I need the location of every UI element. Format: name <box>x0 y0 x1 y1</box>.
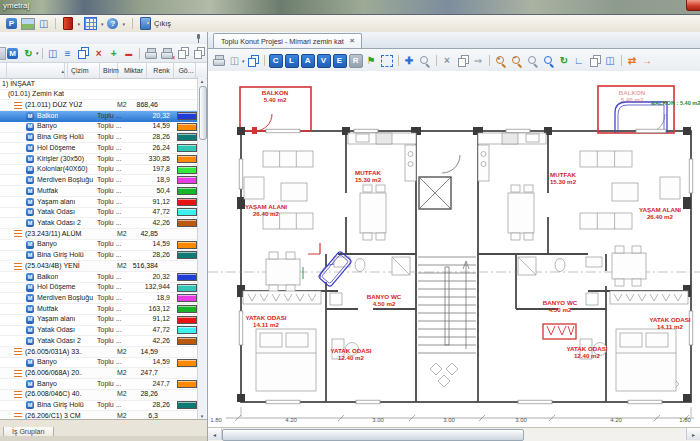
tab-close-icon[interactable]: × <box>350 37 355 45</box>
header-label-column[interactable]: ▴ <box>0 63 68 78</box>
mode-e-button[interactable]: E <box>333 54 347 68</box>
delete-row-icon[interactable]: × <box>92 47 105 60</box>
table-row[interactable]: M Bina Giriş Holü Toplu ... 28,26 <box>0 401 197 412</box>
zoom-in-icon[interactable]: + <box>495 55 507 67</box>
color-swatch[interactable] <box>177 326 197 334</box>
swap-icon[interactable]: ⇄ <box>626 54 639 67</box>
add-row-icon[interactable]: + <box>107 47 120 60</box>
layers-icon[interactable] <box>247 55 259 67</box>
table-row[interactable]: M Merdiven Boşluğu Toplu ... 18,9 <box>0 293 197 304</box>
color-swatch[interactable] <box>177 133 197 141</box>
color-swatch[interactable] <box>177 219 197 227</box>
table-row[interactable]: M Yatak Odası 2 Toplu ... 42,26 <box>0 218 197 229</box>
title-bar[interactable]: ymetraj <box>0 0 700 15</box>
zoom-window-icon[interactable] <box>543 55 555 67</box>
table-row[interactable]: M Yatak Odası Toplu ... 47,72 <box>0 326 197 337</box>
color-swatch[interactable] <box>177 273 197 281</box>
header-birim[interactable]: Birim <box>100 63 118 78</box>
project-icon[interactable]: P <box>6 18 17 29</box>
table-row[interactable]: (25.043/4B) YENİ ... M2 516,384 <box>0 261 197 272</box>
table-row[interactable]: (26.006/068A) 20... M2 247,7 <box>0 368 197 379</box>
refresh-dropdown-icon[interactable]: ▾ <box>36 50 39 56</box>
mode-v-button[interactable]: V <box>317 54 331 68</box>
stamp-icon[interactable]: ◫ <box>228 54 241 67</box>
table-row[interactable]: 1) İNŞAAT <box>0 79 197 90</box>
pin-icon[interactable] <box>194 34 202 43</box>
table-row[interactable]: M Banyo Toplu ... 14,59 <box>0 358 197 369</box>
selected-balkon-outline[interactable] <box>615 102 667 133</box>
reports-icon[interactable] <box>63 17 73 30</box>
table-row[interactable]: M Yatak Odası 2 Toplu ... 42,26 <box>0 336 197 347</box>
paste-icon[interactable] <box>193 47 205 59</box>
color-swatch[interactable] <box>177 187 197 195</box>
color-swatch[interactable] <box>177 176 197 184</box>
flag-icon[interactable]: ⚑ <box>365 54 378 67</box>
table-row[interactable]: M Bina Giriş Holü Toplu ... 28,26 <box>0 251 197 262</box>
forward-icon[interactable]: ⇒ <box>472 54 485 67</box>
table-row[interactable]: M Kolonlar(40X60) Toplu ... 197,8 <box>0 165 197 176</box>
table-row[interactable]: M Banyo Toplu ... 14,59 <box>0 240 197 251</box>
stamp-dropdown-icon[interactable]: ▾ <box>242 58 245 64</box>
color-swatch[interactable] <box>177 112 197 120</box>
color-swatch[interactable] <box>177 294 197 302</box>
pan-icon[interactable]: → <box>641 54 654 67</box>
search-icon[interactable] <box>419 55 431 67</box>
plot-icon[interactable] <box>213 55 225 66</box>
color-swatch[interactable] <box>177 284 197 292</box>
copy-drawing-icon[interactable] <box>589 55 601 67</box>
mode-l-button[interactable]: L <box>285 54 299 68</box>
color-swatch[interactable] <box>177 241 197 249</box>
color-swatch[interactable] <box>177 198 197 206</box>
table-view-dropdown-icon[interactable]: ▾ <box>101 21 104 27</box>
color-swatch[interactable] <box>177 305 197 313</box>
regen-icon[interactable]: ↻ <box>558 54 571 67</box>
help-dropdown-icon[interactable]: ▾ <box>122 21 125 27</box>
picture-icon[interactable] <box>21 18 35 30</box>
table-row[interactable]: M Mutfak Toplu ... 50,4 <box>0 186 197 197</box>
table-header[interactable]: ▴ Çizim Birim Miktar Renk Gö... <box>0 63 207 79</box>
color-swatch[interactable] <box>177 380 197 388</box>
scroll-left-icon[interactable]: ◂ <box>208 428 222 440</box>
color-swatch[interactable] <box>177 155 197 163</box>
color-swatch[interactable] <box>177 337 197 345</box>
table-row[interactable]: (01.01) Zemin Kat <box>0 90 197 101</box>
zoom-extents-icon[interactable] <box>527 55 539 67</box>
new-window-icon[interactable]: ◫ <box>46 47 59 60</box>
color-swatch[interactable] <box>177 166 197 174</box>
hscroll-thumb[interactable] <box>222 429 524 441</box>
remove-row-icon[interactable]: ▬ <box>122 47 135 60</box>
print-cancel-icon[interactable]: × <box>161 48 173 59</box>
table-row[interactable]: M Kirişler (30x50) Toplu ... 330,85 <box>0 154 197 165</box>
paste-drawing-icon[interactable] <box>457 55 469 67</box>
table-row[interactable]: (23.243/11) ALÜM... M2 42,85 <box>0 229 197 240</box>
window-icon[interactable]: ◫ <box>39 19 48 29</box>
window-close-button[interactable] <box>686 0 700 11</box>
scroll-right-icon[interactable]: ▸ <box>686 428 700 440</box>
refresh-icon[interactable]: ↻ <box>22 47 35 60</box>
table-row[interactable]: (26.005/031A) 33... M2 14,59 <box>0 347 197 358</box>
zoom-out-icon[interactable]: − <box>511 55 523 67</box>
table-row[interactable]: M Bina Giriş Holü Toplu ... 28,26 <box>0 133 197 144</box>
mode-r-button[interactable]: R <box>349 54 363 68</box>
drawing-canvas[interactable]: 1.80 4.20 3.00 3.00 3.00 4.20 1.80 BALKO… <box>208 71 700 428</box>
header-miktar[interactable]: Miktar <box>118 63 147 78</box>
list-icon[interactable]: ≡ <box>61 47 74 60</box>
color-swatch[interactable] <box>177 401 197 409</box>
header-cizim[interactable]: Çizim <box>68 63 100 78</box>
selection-box-icon[interactable] <box>381 55 393 67</box>
drawing-tab[interactable]: Toplu Konut Projesi - Mimari zemin kat × <box>213 33 362 48</box>
table-row[interactable]: M Balkon Toplu ... 20,32 <box>0 111 197 122</box>
axis-icon[interactable]: ∟ <box>573 54 586 67</box>
panel-scrollbar[interactable]: ▴ ▾ <box>197 77 206 420</box>
table-row[interactable]: M Merdiven Boşluğu Toplu ... 18,9 <box>0 175 197 186</box>
color-swatch[interactable] <box>177 316 197 324</box>
table-row[interactable]: M Yatak Odası Toplu ... 47,72 <box>0 208 197 219</box>
print-icon[interactable] <box>145 48 157 59</box>
table-row[interactable]: (21.011) DÜZ YÜZ... M2 868,46 <box>0 100 197 111</box>
table-row[interactable]: M Banyo Toplu ... 14,59 <box>0 122 197 133</box>
delete-icon[interactable]: × <box>441 54 454 67</box>
table-row[interactable]: M Yaşam alanı Toplu ... 91,12 <box>0 197 197 208</box>
duplicate-icon[interactable] <box>77 47 89 59</box>
exit-button[interactable]: Çıkış <box>140 17 171 30</box>
table-row[interactable]: M Hol Döşeme Toplu ... 132,944 <box>0 283 197 294</box>
